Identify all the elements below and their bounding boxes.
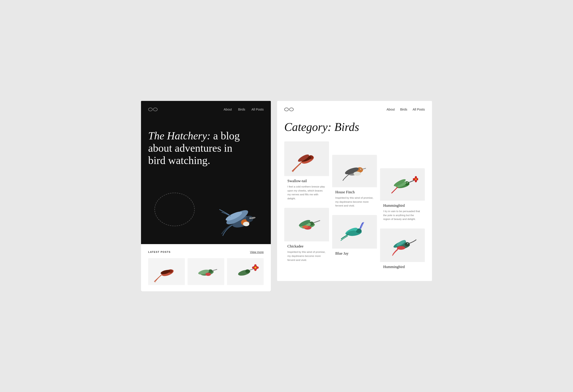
- svg-point-54: [415, 180, 417, 182]
- swallow-tail-title: Swallow-tail: [287, 179, 326, 183]
- bird-card-blue-jay[interactable]: Blue Jay: [332, 215, 377, 261]
- hummingbird-2-title: Hummingbird: [383, 265, 422, 269]
- bird-card-swallow-tail-text: Swallow-tail I feel a cold northern bree…: [284, 176, 329, 205]
- svg-point-6: [243, 222, 249, 226]
- right-nav: About Birds All Posts: [284, 107, 425, 112]
- svg-point-25: [254, 267, 256, 268]
- dashed-circle-decoration: [154, 193, 195, 226]
- hero-bird-illustration: [217, 198, 264, 237]
- bird-card-chickadee[interactable]: Chickadee Inspirited by this wind of pro…: [284, 208, 329, 266]
- svg-point-22: [256, 267, 259, 269]
- post-thumbnails: [148, 258, 264, 285]
- svg-point-26: [285, 108, 288, 111]
- left-nav-birds[interactable]: Birds: [238, 108, 245, 111]
- bird-card-hummingbird-2[interactable]: Hummingbird: [380, 229, 425, 275]
- svg-point-1: [153, 108, 157, 111]
- bird-card-hummingbird[interactable]: Hummingbird I try in vain to be persuade…: [380, 168, 425, 225]
- svg-point-0: [148, 108, 152, 111]
- left-nav-links: About Birds All Posts: [224, 108, 264, 111]
- svg-point-59: [407, 183, 408, 183]
- right-nav-about[interactable]: About: [387, 108, 395, 111]
- chickadee-title: Chickadee: [287, 244, 326, 249]
- svg-point-65: [408, 243, 408, 244]
- right-nav-links: About Birds All Posts: [387, 108, 425, 111]
- right-nav-birds[interactable]: Birds: [400, 108, 407, 111]
- right-logo[interactable]: [284, 107, 294, 112]
- house-finch-desc: Inspirited by this wind of promise, my d…: [335, 196, 374, 208]
- latest-posts-section: LATEST POSTS View more: [141, 244, 271, 291]
- bird-card-chickadee-text: Chickadee Inspirited by this wind of pro…: [284, 241, 329, 266]
- col-1: Swallow-tail I feel a cold northern bree…: [284, 142, 329, 275]
- swallow-tail-desc: I feel a cold northern breeze play upon …: [287, 185, 326, 201]
- left-nav-about[interactable]: About: [224, 108, 232, 111]
- left-nav-allposts[interactable]: All Posts: [251, 108, 264, 111]
- post-thumb-2[interactable]: [188, 258, 224, 285]
- svg-point-17: [205, 273, 211, 276]
- birds-grid: Swallow-tail I feel a cold northern bree…: [284, 142, 425, 275]
- right-nav-allposts[interactable]: All Posts: [413, 108, 425, 111]
- svg-point-41: [353, 172, 361, 176]
- svg-point-21: [254, 264, 256, 267]
- col-3: Hummingbird I try in vain to be persuade…: [380, 168, 425, 275]
- post-thumb-3[interactable]: [227, 258, 264, 285]
- post-thumb-1[interactable]: [148, 258, 185, 285]
- bird-card-house-finch-text: House Finch Inspirited by this wind of p…: [332, 187, 377, 212]
- category-title: Category: Birds: [284, 121, 425, 133]
- svg-point-23: [254, 269, 256, 271]
- bird-card-swallow-tail[interactable]: Swallow-tail I feel a cold northern bree…: [284, 142, 329, 205]
- svg-point-43: [361, 169, 361, 170]
- bird-card-blue-jay-text: Blue Jay: [332, 249, 377, 261]
- left-logo[interactable]: [148, 107, 158, 112]
- bird-card-house-finch[interactable]: House Finch Inspirited by this wind of p…: [332, 155, 377, 212]
- latest-posts-header: LATEST POSTS View more: [148, 250, 264, 254]
- right-panel: About Birds All Posts Category: Birds: [277, 101, 432, 281]
- left-panel: About Birds All Posts The Hatchery: a bl…: [141, 101, 271, 291]
- svg-point-61: [405, 242, 410, 246]
- two-panels: About Birds All Posts The Hatchery: a bl…: [141, 101, 432, 291]
- bird-card-hummingbird-2-text: Hummingbird: [380, 262, 425, 275]
- svg-point-27: [289, 108, 293, 111]
- svg-point-56: [415, 178, 416, 180]
- svg-point-55: [413, 178, 415, 180]
- svg-point-24: [252, 267, 254, 269]
- hummingbird-desc: I try in vain to be persuaded that the p…: [383, 209, 422, 221]
- hummingbird-title: Hummingbird: [383, 203, 422, 208]
- hero-title: The Hatchery: a blogabout adventures inb…: [148, 129, 242, 167]
- svg-point-52: [415, 176, 417, 178]
- view-more-link[interactable]: View more: [250, 250, 264, 254]
- latest-posts-label: LATEST POSTS: [148, 250, 171, 253]
- house-finch-title: House Finch: [335, 190, 374, 195]
- svg-point-19: [245, 269, 250, 273]
- chickadee-desc: Inspirited by this wind of promise, my d…: [287, 250, 326, 262]
- hero-title-italic: The Hatchery:: [148, 130, 211, 142]
- svg-point-10: [250, 218, 251, 218]
- blue-jay-title: Blue Jay: [335, 251, 374, 256]
- bird-card-hummingbird-text: Hummingbird I try in vain to be persuade…: [380, 201, 425, 225]
- col-2: House Finch Inspirited by this wind of p…: [332, 155, 377, 275]
- left-nav: About Birds All Posts: [148, 107, 264, 112]
- hero-section: About Birds All Posts The Hatchery: a bl…: [141, 101, 271, 244]
